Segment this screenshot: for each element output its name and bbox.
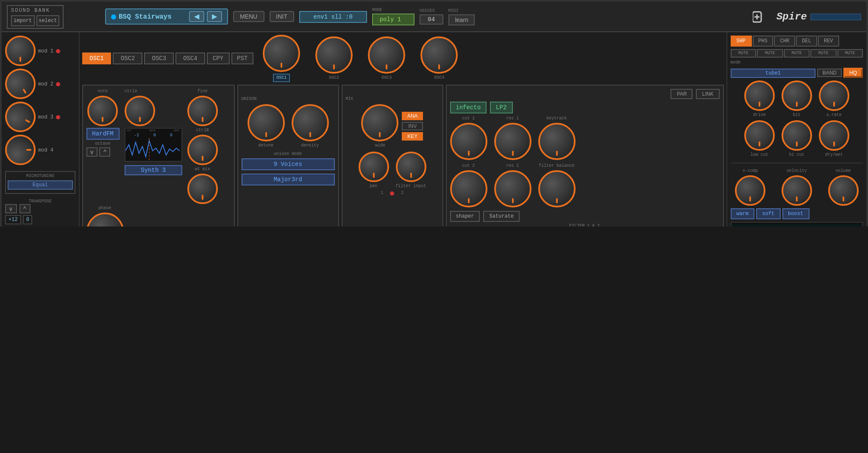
osc2-mix-knob[interactable] <box>315 36 353 74</box>
xcomp-knob[interactable] <box>735 175 765 206</box>
xcomp-label: x-comp <box>743 168 758 174</box>
cut2-knob[interactable] <box>450 170 487 207</box>
band-button[interactable]: BAND <box>818 69 842 77</box>
drywet-knob[interactable] <box>819 120 849 151</box>
equal-display[interactable]: Equal <box>8 180 72 190</box>
transpose-val1: +12 <box>5 215 21 224</box>
mod2-knob[interactable] <box>5 69 36 99</box>
phase-knob[interactable] <box>86 213 123 226</box>
key-button[interactable]: KEY <box>402 132 423 141</box>
fx-knobs-row2: low cut hi cut dry/wet <box>730 120 863 157</box>
drywet-knob-group: dry/wet <box>819 120 849 157</box>
bit-knob[interactable] <box>782 80 812 111</box>
par-button[interactable]: PAR <box>671 89 693 99</box>
hicut-knob[interactable] <box>782 120 812 151</box>
preset-indicator <box>111 14 116 19</box>
osc4-tab[interactable]: OSC4 <box>175 52 205 64</box>
learn-button[interactable]: learn <box>448 14 475 25</box>
osc-paste-button[interactable]: PST <box>231 52 253 64</box>
osc3-mix-knob[interactable] <box>368 36 405 74</box>
shaper-display[interactable]: shaper <box>450 211 480 222</box>
unison-section: UNISON detune density <box>237 85 339 226</box>
octave-section: octave v ^ <box>86 141 119 157</box>
fx-knobs-row1: drive bit s.rate <box>730 80 863 118</box>
osc4-mix-knob[interactable] <box>420 36 458 74</box>
mute3-button[interactable]: MUTE <box>784 49 810 58</box>
saturate-display[interactable]: Saturate <box>484 211 520 222</box>
hq-button[interactable]: HQ <box>843 68 863 78</box>
mod4-row: mod 4 <box>5 135 75 165</box>
lp2-display[interactable]: LP2 <box>490 102 512 113</box>
major3rd-display[interactable]: Major3rd <box>241 174 334 185</box>
srate-knob-group: s.rate <box>819 80 849 118</box>
osc1-tab[interactable]: OSC1 <box>82 52 111 64</box>
drive-knob[interactable] <box>744 80 775 111</box>
osc-copy-button[interactable]: CPY <box>207 52 229 64</box>
xcomp-row: x-comp velocity volume <box>730 168 863 206</box>
mod3-indicator <box>56 115 60 119</box>
mute1-button[interactable]: MUTE <box>730 49 756 58</box>
keytrack-knob-group: keytrack <box>538 116 575 160</box>
transpose-down-button[interactable]: v <box>5 204 17 213</box>
oct-up-button[interactable]: ^ <box>99 147 111 157</box>
note-knob-group <box>86 96 119 126</box>
velocity-knob[interactable] <box>782 175 812 206</box>
osc2-tab[interactable]: OSC2 <box>113 52 143 64</box>
filter-input-knob[interactable] <box>395 152 426 182</box>
density-knob[interactable] <box>291 104 328 141</box>
init-button[interactable]: INIT <box>269 11 294 22</box>
fx-mode-display[interactable]: tube1 <box>730 68 815 77</box>
select-button[interactable]: select <box>36 15 59 26</box>
infecto-display[interactable]: infecto <box>450 102 487 113</box>
ana-button[interactable]: ANA <box>402 112 423 120</box>
keytrack-knob[interactable] <box>538 123 575 160</box>
mod1-knob[interactable] <box>5 36 36 66</box>
mod4-knob[interactable] <box>5 135 36 165</box>
menu-button[interactable]: MENU <box>233 11 264 22</box>
volume-knob[interactable] <box>828 175 858 206</box>
mute5-button[interactable]: MUTE <box>837 49 863 58</box>
detune-knob[interactable] <box>247 104 284 141</box>
res1-knob[interactable] <box>494 123 531 160</box>
srate-knob[interactable] <box>819 80 849 111</box>
filter-section: PAR LINK infecto LP2 cut 1 <box>445 85 723 226</box>
ctrlb-knob[interactable] <box>187 135 218 165</box>
osc1-mix-knob[interactable] <box>263 35 300 72</box>
del-tab[interactable]: DEL <box>796 36 817 47</box>
inv-button[interactable]: INV <box>402 122 423 130</box>
chr-tab[interactable]: CHR <box>774 36 796 47</box>
pan-knob[interactable] <box>358 152 389 182</box>
fine-knob[interactable] <box>187 96 218 126</box>
mute2-button[interactable]: MUTE <box>757 49 783 58</box>
note-knob[interactable] <box>88 96 118 126</box>
shp-tab[interactable]: SHP <box>730 36 751 47</box>
osc2-mix-label: OSC2 <box>329 75 339 80</box>
soft-button[interactable]: soft <box>756 208 780 219</box>
wide-knob[interactable] <box>362 104 399 141</box>
boost-button[interactable]: boost <box>782 208 809 219</box>
preset-prev-button[interactable]: ◀ <box>189 11 204 22</box>
osc3-tab[interactable]: OSC3 <box>145 52 174 64</box>
filter-balance-knob[interactable] <box>538 170 575 207</box>
synth3-display[interactable]: Synth 3 <box>125 165 182 175</box>
import-button[interactable]: import <box>11 15 34 26</box>
hardfm-display[interactable]: HardFM <box>86 128 119 140</box>
left-sidebar: mod 1 mod 2 mod 3 <box>2 32 79 226</box>
ctrla-knob[interactable] <box>125 96 155 126</box>
phs-tab[interactable]: PHS <box>752 36 773 47</box>
warm-button[interactable]: warm <box>730 208 754 219</box>
mute4-button[interactable]: MUTE <box>810 49 836 58</box>
mode-display: poly 1 <box>372 14 415 25</box>
cut1-knob[interactable] <box>450 123 487 160</box>
detune-knob-group: detune <box>247 104 284 148</box>
oct-down-button[interactable]: v <box>86 147 97 157</box>
link-button[interactable]: LINK <box>696 89 720 99</box>
lowcut-knob[interactable] <box>744 120 775 151</box>
res2-knob[interactable] <box>494 170 531 207</box>
voices-display[interactable]: 9 Voices <box>241 158 334 170</box>
transpose-up-button[interactable]: ^ <box>19 204 31 213</box>
mod3-knob[interactable] <box>5 102 36 132</box>
wtmix-knob[interactable] <box>187 174 218 204</box>
preset-next-button[interactable]: ▶ <box>207 11 222 22</box>
rev-tab[interactable]: REV <box>818 36 839 47</box>
